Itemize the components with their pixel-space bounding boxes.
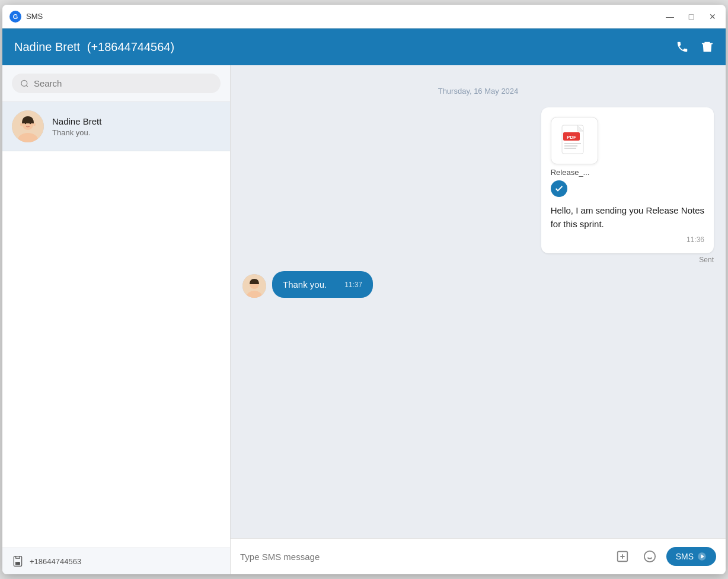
contact-preview: Thank you. [52,128,221,137]
received-message-wrapper: Thank you. 11:37 [242,271,714,298]
received-time: 11:37 [344,281,362,289]
emoji-button[interactable] [639,546,660,567]
maximize-button[interactable]: □ [685,11,697,23]
title-bar-left: G SMS [9,11,43,23]
message-time: 11:36 [687,236,704,244]
app-title: SMS [26,12,43,21]
message-text: Hello, I am sending you Release Notesfor… [551,204,704,231]
check-icon [551,180,567,197]
message-bubble-received: Thank you. 11:37 [272,271,373,298]
contact-item[interactable]: Nadine Brett Thank you. [2,102,230,151]
send-button[interactable]: SMS [666,547,716,566]
window-controls: — □ ✕ [664,11,719,23]
close-button[interactable]: ✕ [707,11,719,23]
chat-input-area: SMS [231,538,726,574]
send-icon [697,552,707,561]
header-contact-name: Nadine Brett (+18644744564) [14,40,174,53]
phone-icon [676,40,689,53]
main-layout: Nadine Brett Thank you. +18644744563 Thu… [2,65,726,574]
pdf-attachment: PDF Release_... [551,117,704,197]
search-icon [20,79,29,88]
trash-icon [701,40,714,53]
svg-text:PDF: PDF [567,135,576,140]
svg-point-6 [30,123,31,124]
emoji-icon [643,550,656,563]
message-input[interactable] [240,552,606,562]
avatar [12,110,44,142]
svg-point-5 [25,123,26,124]
header-actions [676,40,714,53]
pdf-filename: Release_... [551,168,590,177]
contact-info: Nadine Brett Thank you. [52,116,221,137]
search-bar [2,65,230,102]
sent-message-wrapper: PDF Release_... [242,107,714,264]
pdf-file-icon: PDF [560,124,589,157]
chat-area: Thursday, 16 May 2024 [231,65,726,574]
message-bubble-sent: PDF Release_... [541,107,714,253]
app-window: G SMS — □ ✕ Nadine Brett (+18644744564) [2,5,726,574]
contact-list: Nadine Brett Thank you. [2,102,230,548]
minimize-button[interactable]: — [664,11,676,23]
footer-phone-number: +18644744563 [30,557,81,566]
svg-point-0 [21,80,27,86]
contact-name: Nadine Brett [52,116,221,126]
date-divider: Thursday, 16 May 2024 [242,87,714,96]
sidebar-footer: +18644744563 [2,548,230,574]
app-header: Nadine Brett (+18644744564) [2,28,726,65]
attach-icon [616,550,629,563]
sim-icon [12,555,24,567]
received-avatar [242,274,266,298]
title-bar: G SMS — □ ✕ [2,5,726,28]
message-time-row: 11:36 [551,236,704,244]
message-status: Sent [699,256,714,264]
delete-button[interactable] [701,40,714,53]
call-button[interactable] [676,40,689,53]
svg-point-20 [644,551,654,562]
app-icon: G [9,11,21,23]
svg-line-1 [26,85,28,87]
pdf-icon-box[interactable]: PDF [551,117,598,164]
header-contact-info: Nadine Brett (+18644744564) [14,40,174,54]
attach-button[interactable] [612,546,633,567]
chat-messages: Thursday, 16 May 2024 [231,65,726,538]
search-input[interactable] [34,78,212,88]
sidebar: Nadine Brett Thank you. +18644744563 [2,65,231,574]
search-input-wrapper[interactable] [12,74,221,93]
received-text: Thank you. [283,279,327,290]
